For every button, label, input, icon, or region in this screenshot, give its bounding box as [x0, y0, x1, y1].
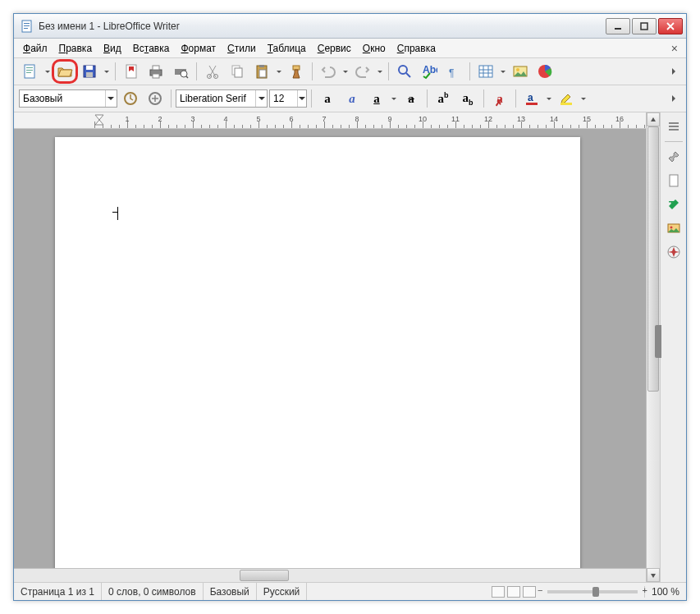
table-dropdown[interactable]	[499, 68, 507, 76]
paragraph-style-input[interactable]	[20, 93, 105, 104]
print-button[interactable]	[144, 61, 167, 82]
highlight-dropdown[interactable]	[579, 95, 588, 103]
sidebar-settings-button[interactable]	[663, 116, 684, 137]
sidebar-navigator-button[interactable]	[663, 241, 684, 263]
sidebar: T	[660, 112, 686, 582]
menu-стили[interactable]: Стили	[222, 40, 262, 57]
font-size-input[interactable]	[270, 93, 297, 104]
paste-button[interactable]	[250, 61, 273, 82]
underline-dropdown[interactable]	[390, 95, 398, 103]
insert-image-button[interactable]	[509, 61, 532, 82]
view-layout-buttons	[487, 586, 541, 598]
scroll-up-button[interactable]	[647, 112, 660, 126]
sidebar-properties-button[interactable]	[663, 146, 684, 167]
save-button[interactable]	[78, 61, 101, 82]
update-style-button[interactable]	[119, 88, 142, 109]
sidebar-styles-button[interactable]: T	[663, 194, 684, 215]
paragraph-style-dropdown[interactable]	[105, 90, 117, 107]
font-color-button[interactable]: a	[520, 88, 543, 109]
sidebar-expand-handle[interactable]	[655, 325, 661, 358]
subscript-button[interactable]: ab	[456, 88, 479, 109]
horizontal-scrollbar[interactable]	[14, 568, 646, 582]
status-language[interactable]: Русский	[257, 583, 308, 600]
menu-сервис[interactable]: Сервис	[312, 40, 357, 57]
horizontal-ruler[interactable]: 12345678910111213141516	[14, 112, 646, 129]
font-name-dropdown[interactable]	[255, 90, 267, 107]
paragraph-style-combo[interactable]	[19, 89, 117, 108]
clear-formatting-button[interactable]: a✗	[488, 88, 511, 109]
close-button[interactable]	[658, 18, 683, 34]
menu-формат[interactable]: Формат	[175, 40, 222, 57]
zoom-slider[interactable]: − +	[547, 590, 638, 593]
font-name-input[interactable]	[176, 93, 255, 104]
insert-table-button[interactable]	[474, 61, 497, 82]
status-page[interactable]: Страница 1 из 1	[14, 583, 102, 600]
menu-справка[interactable]: Справка	[391, 40, 442, 57]
new-style-button[interactable]	[144, 88, 167, 109]
save-dropdown[interactable]	[103, 68, 111, 76]
undo-dropdown[interactable]	[341, 68, 350, 76]
formatting-marks-button[interactable]: ¶	[442, 61, 465, 82]
formatting-overflow[interactable]	[670, 89, 681, 108]
menu-вставка[interactable]: Вставка	[127, 40, 176, 57]
insert-chart-button[interactable]	[533, 61, 556, 82]
titlebar: Без имени 1 - LibreOffice Writer	[14, 14, 686, 39]
redo-dropdown[interactable]	[376, 68, 384, 76]
sidebar-gallery-button[interactable]	[663, 218, 684, 239]
redo-button[interactable]	[351, 61, 374, 82]
export-pdf-button[interactable]	[120, 61, 143, 82]
zoom-out-button[interactable]: −	[538, 585, 542, 595]
font-size-combo[interactable]	[269, 89, 307, 108]
print-preview-button[interactable]	[169, 61, 192, 82]
statusbar: Страница 1 из 1 0 слов, 0 символов Базов…	[14, 582, 686, 600]
page[interactable]	[55, 137, 580, 568]
zoom-knob[interactable]	[592, 587, 599, 597]
open-button[interactable]	[53, 61, 76, 82]
svg-rect-3	[24, 28, 28, 29]
copy-button[interactable]	[226, 61, 249, 82]
view-multi-page-button[interactable]	[507, 586, 520, 598]
svg-rect-7	[26, 67, 33, 68]
standard-toolbar: Abc ¶	[14, 58, 686, 85]
status-page-style[interactable]: Базовый	[204, 583, 257, 600]
find-replace-button[interactable]	[393, 61, 416, 82]
scroll-down-button[interactable]	[647, 568, 660, 582]
zoom-in-button[interactable]: +	[643, 585, 647, 595]
svg-rect-26	[293, 66, 300, 70]
document-close-icon[interactable]: ×	[666, 39, 683, 57]
status-wordcount[interactable]: 0 слов, 0 символов	[102, 583, 204, 600]
font-color-dropdown[interactable]	[545, 95, 553, 103]
cut-button[interactable]	[201, 61, 224, 82]
highlight-button[interactable]	[555, 88, 578, 109]
menu-таблица[interactable]: Таблица	[262, 40, 312, 57]
paste-dropdown[interactable]	[275, 68, 283, 76]
window-title: Без имени 1 - LibreOffice Writer	[39, 21, 606, 32]
view-book-button[interactable]	[523, 586, 536, 598]
view-single-page-button[interactable]	[492, 586, 505, 598]
zoom-value[interactable]: 100 %	[644, 586, 686, 598]
sidebar-page-button[interactable]	[663, 170, 684, 191]
vertical-scrollbar[interactable]	[646, 112, 660, 582]
minimize-button[interactable]	[606, 18, 630, 34]
new-doc-button[interactable]	[19, 61, 42, 82]
superscript-button[interactable]: ab	[432, 88, 455, 109]
menu-вид[interactable]: Вид	[98, 40, 127, 57]
menu-файл[interactable]: Файл	[17, 40, 53, 57]
toolbar-overflow[interactable]	[670, 62, 681, 81]
strikethrough-button[interactable]: a	[400, 88, 423, 109]
new-doc-dropdown[interactable]	[43, 68, 52, 76]
menubar: ФайлПравкаВидВставкаФорматСтилиТаблицаСе…	[14, 39, 686, 58]
bold-button[interactable]: a	[316, 88, 339, 109]
document-viewport[interactable]	[14, 129, 646, 568]
underline-button[interactable]: a	[365, 88, 388, 109]
hscroll-thumb[interactable]	[240, 570, 289, 581]
clone-formatting-button[interactable]	[285, 61, 308, 82]
menu-правка[interactable]: Правка	[53, 40, 98, 57]
font-name-combo[interactable]	[176, 89, 268, 108]
maximize-button[interactable]	[632, 18, 657, 34]
spellcheck-button[interactable]: Abc	[418, 61, 441, 82]
undo-button[interactable]	[317, 61, 340, 82]
menu-окно[interactable]: Окно	[357, 40, 391, 57]
italic-button[interactable]: a	[341, 88, 364, 109]
font-size-dropdown[interactable]	[297, 90, 306, 107]
